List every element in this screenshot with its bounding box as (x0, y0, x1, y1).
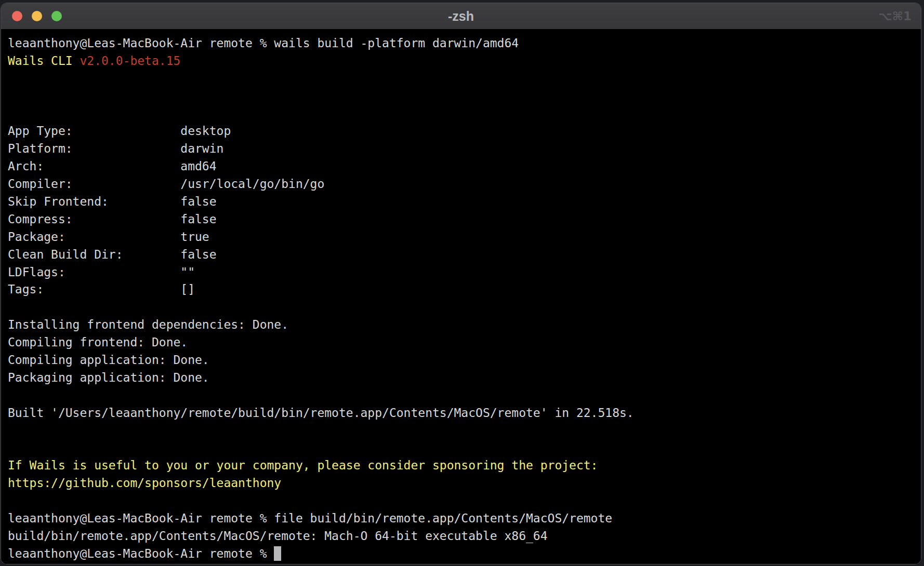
status-compiling-frontend-line: Compiling frontend: Done. (8, 334, 914, 352)
terminal-text-segment: Platform: darwin (8, 142, 223, 155)
terminal-text-segment: v2.0.0-beta.15 (80, 54, 180, 68)
terminal-text-segment: Arch: amd64 (8, 159, 217, 173)
terminal-text-segment: Package: true (8, 230, 209, 244)
terminal-text-segment: Installing frontend dependencies: Done. (8, 318, 288, 331)
active-prompt-line: leaanthony@Leas-MacBook-Air remote % (8, 545, 914, 563)
status-compiling-application-line: Compiling application: Done. (8, 352, 914, 369)
terminal-blank-line (8, 492, 914, 510)
zoom-traffic-light[interactable] (51, 11, 62, 21)
config-row-clean-build-dir: Clean Build Dir: false (8, 246, 914, 264)
config-row-package: Package: true (8, 228, 914, 246)
titlebar[interactable]: -zsh ⌥⌘1 (1, 3, 921, 29)
terminal-text-segment: Compiler: /usr/local/go/bin/go (8, 177, 324, 191)
sponsor-message-line: If Wails is useful to you or your compan… (8, 457, 914, 475)
terminal-text-segment: https://github.com/sponsors/leaanthony (8, 476, 281, 490)
wails-cli-version-line: Wails CLI v2.0.0-beta.15 (8, 52, 914, 70)
terminal-text-segment: leaanthony@Leas-MacBook-Air remote % fil… (8, 511, 612, 525)
built-result-line: Built '/Users/leaanthony/remote/build/bi… (8, 405, 914, 422)
config-row-ldflags: LDFlags: "" (8, 264, 914, 281)
prompt-file-command-line: leaanthony@Leas-MacBook-Air remote % fil… (8, 510, 914, 528)
status-packaging-application-line: Packaging application: Done. (8, 369, 914, 387)
config-row-platform: Platform: darwin (8, 140, 914, 158)
config-row-skip-frontend: Skip Frontend: false (8, 193, 914, 211)
terminal-blank-line (8, 88, 914, 105)
config-row-tags: Tags: [] (8, 281, 914, 299)
terminal-window: -zsh ⌥⌘1 leaanthony@Leas-MacBook-Air rem… (1, 3, 921, 564)
file-command-output-line: build/bin/remote.app/Contents/MacOS/remo… (8, 528, 914, 545)
terminal-text-segment: Clean Build Dir: false (8, 248, 217, 261)
terminal-text-segment: Skip Frontend: false (8, 195, 217, 208)
terminal-text-segment: leaanthony@Leas-MacBook-Air remote % (8, 547, 274, 560)
terminal-text-segment: If Wails is useful to you or your compan… (8, 459, 598, 472)
terminal-text-segment: Packaging application: Done. (8, 371, 209, 384)
terminal-text-segment: Compiling frontend: Done. (8, 335, 188, 349)
tab-shortcut-badge: ⌥⌘1 (878, 9, 912, 23)
traffic-lights-group (12, 3, 62, 29)
terminal-blank-line (8, 299, 914, 316)
terminal-blank-line (8, 422, 914, 440)
config-row-arch: Arch: amd64 (8, 158, 914, 176)
terminal-text-segment: LDFlags: "" (8, 265, 195, 279)
terminal-blank-line (8, 105, 914, 123)
terminal-text-segment: App Type: desktop (8, 124, 231, 138)
prompt-build-command-line: leaanthony@Leas-MacBook-Air remote % wai… (8, 35, 914, 52)
terminal-text-segment: Tags: [] (8, 282, 195, 296)
sponsor-url-line: https://github.com/sponsors/leaanthony (8, 475, 914, 492)
minimize-traffic-light[interactable] (32, 11, 42, 21)
terminal-blank-line (8, 387, 914, 405)
config-row-compress: Compress: false (8, 211, 914, 228)
terminal-text-segment: leaanthony@Leas-MacBook-Air remote % wai… (8, 36, 519, 50)
config-row-compiler: Compiler: /usr/local/go/bin/go (8, 176, 914, 193)
close-traffic-light[interactable] (12, 11, 22, 21)
terminal-blank-line (8, 70, 914, 88)
terminal-cursor (274, 546, 281, 561)
terminal-text-segment: Built '/Users/leaanthony/remote/build/bi… (8, 406, 634, 420)
terminal-text-segment: Wails CLI (8, 54, 80, 68)
terminal-text-segment: Compiling application: Done. (8, 353, 209, 367)
terminal-text-segment: build/bin/remote.app/Contents/MacOS/remo… (8, 529, 548, 543)
window-title: -zsh (448, 9, 474, 24)
config-row-app-type: App Type: desktop (8, 123, 914, 140)
terminal-blank-line (8, 439, 914, 457)
terminal-body[interactable]: leaanthony@Leas-MacBook-Air remote % wai… (1, 29, 921, 564)
terminal-text-segment: Compress: false (8, 212, 217, 226)
status-installing-frontend-line: Installing frontend dependencies: Done. (8, 316, 914, 334)
